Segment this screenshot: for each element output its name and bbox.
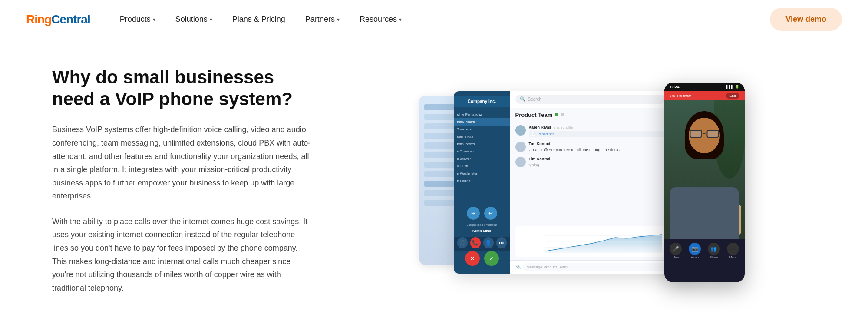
mobile-card: 10:34 ▌▌▌ 🔋 149-476-5989 End bbox=[664, 83, 745, 282]
more-icon: ··· bbox=[727, 243, 739, 255]
chevron-down-icon-solutions: ▾ bbox=[210, 17, 212, 23]
incoming-label2: Kevin Sims bbox=[472, 229, 491, 233]
mobile-statusbar: 10:34 ▌▌▌ 🔋 bbox=[664, 83, 745, 91]
mobile-bottom-bar: 🎤 Mute 📷 Video 👥 Share ··· More bbox=[664, 239, 745, 262]
mobile-call-bar: 149-476-5989 End bbox=[664, 91, 745, 100]
mobile-call-number: 149-476-5989 bbox=[670, 94, 691, 98]
msg-avatar-1 bbox=[515, 125, 526, 136]
team-name: Product Team bbox=[515, 112, 553, 118]
contact-4[interactable]: ueline Fair bbox=[454, 133, 510, 140]
page-heading: Why do small businesses need a VoIP phon… bbox=[52, 66, 313, 110]
nav-item-products[interactable]: Products ▾ bbox=[112, 10, 163, 28]
paragraph-1: Business VoIP systems offer high-definit… bbox=[52, 123, 313, 203]
contact-1[interactable]: oline Fernandez bbox=[454, 111, 510, 118]
paragraph-2: With the ability to place calls over the… bbox=[52, 215, 313, 295]
nav-item-solutions[interactable]: Solutions ▾ bbox=[168, 10, 220, 28]
logo-ring: Ring bbox=[26, 13, 51, 26]
chevron-down-icon-resources: ▾ bbox=[399, 17, 402, 23]
contact-9[interactable]: n Washington bbox=[454, 170, 510, 177]
mobile-call-status[interactable]: End bbox=[726, 93, 739, 99]
media-btn-2[interactable]: 📞 bbox=[470, 237, 481, 248]
sidebar-contacts: oline Fernandez ntha Peters Townsend uel… bbox=[454, 111, 510, 203]
mobile-video-area bbox=[664, 100, 745, 239]
share-icon: 👥 bbox=[708, 243, 720, 255]
msg-avatar-2 bbox=[515, 142, 526, 152]
mobile-video-btn[interactable]: 📷 Video bbox=[689, 243, 701, 259]
media-btn-1[interactable]: 🎵 bbox=[457, 237, 468, 248]
mobile-mute-btn[interactable]: 🎤 Mute bbox=[670, 243, 682, 259]
chart-svg bbox=[519, 230, 688, 253]
desktop-app-card: Company Inc. oline Fernandez ntha Peters… bbox=[454, 91, 697, 274]
sidebar-company: Company Inc. bbox=[454, 96, 510, 107]
chevron-down-icon-products: ▾ bbox=[153, 17, 155, 23]
person-jacket bbox=[670, 187, 739, 239]
visual-section: Company Inc. oline Fernandez ntha Peters… bbox=[347, 78, 816, 295]
more-label: More bbox=[729, 256, 736, 259]
nav-label-plans: Plans & Pricing bbox=[232, 15, 285, 24]
video-label: Video bbox=[691, 256, 699, 259]
search-icon: 🔍 bbox=[520, 96, 526, 102]
search-placeholder: Search bbox=[528, 97, 542, 102]
msg-avatar-3 bbox=[515, 157, 526, 167]
nav-label-resources: Resources bbox=[360, 15, 397, 24]
mute-label: Mute bbox=[673, 256, 680, 259]
nav-item-plans[interactable]: Plans & Pricing bbox=[224, 10, 293, 28]
decline-button[interactable]: ✕ bbox=[465, 251, 480, 266]
nav-right: View demo bbox=[770, 8, 842, 31]
share-label: Share bbox=[710, 256, 718, 259]
incoming-label: Jacqueline Fernandez bbox=[467, 223, 497, 226]
online-dot bbox=[555, 113, 558, 116]
call-actions: ✕ ✓ bbox=[462, 251, 502, 269]
media-btn-4[interactable]: ••• bbox=[496, 237, 507, 248]
msg-name-3: Tim Konrad bbox=[529, 157, 551, 161]
mockup-container: Company Inc. oline Fernandez ntha Peters… bbox=[419, 83, 745, 291]
contact-10[interactable]: n Barrett bbox=[454, 177, 510, 185]
app-sidebar: Company Inc. oline Fernandez ntha Peters… bbox=[454, 91, 510, 274]
msg-time-1: shared a file bbox=[554, 126, 573, 129]
chevron-down-icon-partners: ▾ bbox=[337, 17, 340, 23]
mobile-share-btn[interactable]: 👥 Share bbox=[708, 243, 720, 259]
mobile-person-bg bbox=[664, 100, 745, 239]
media-btn-3[interactable]: 👤 bbox=[483, 237, 494, 248]
contact-2[interactable]: ntha Peters bbox=[454, 118, 510, 126]
nav-label-products: Products bbox=[120, 15, 151, 24]
signal-icon: ▌▌▌ bbox=[726, 85, 733, 89]
paperclip-icon: 📎 bbox=[515, 265, 521, 269]
contact-6[interactable]: n Townsend bbox=[454, 148, 510, 155]
search-bar[interactable]: 🔍 Search bbox=[515, 95, 666, 104]
text-section: Why do small businesses need a VoIP phon… bbox=[52, 66, 313, 307]
contact-3[interactable]: Townsend bbox=[454, 126, 510, 133]
contact-5[interactable]: ntha Peters bbox=[454, 140, 510, 148]
file-name: Report.pdf bbox=[538, 132, 554, 136]
mute-icon: 🎤 bbox=[670, 243, 682, 255]
nav-links: Products ▾ Solutions ▾ Plans & Pricing P… bbox=[112, 10, 770, 28]
msg-name-2: Tim Konrad bbox=[529, 142, 551, 146]
nav-item-partners[interactable]: Partners ▾ bbox=[297, 10, 347, 28]
view-demo-button[interactable]: View demo bbox=[770, 8, 842, 31]
mobile-more-btn[interactable]: ··· More bbox=[727, 243, 739, 259]
main-content: Why do small businesses need a VoIP phon… bbox=[0, 39, 868, 334]
answer-button[interactable]: ✓ bbox=[484, 251, 499, 266]
contact-7[interactable]: s Brewer bbox=[454, 155, 510, 162]
person-glasses bbox=[690, 130, 719, 138]
contact-8[interactable]: y Elliott bbox=[454, 162, 510, 170]
status-dot bbox=[561, 113, 564, 116]
logo-central: Central bbox=[51, 13, 90, 26]
mobile-signal-info: ▌▌▌ 🔋 bbox=[726, 85, 739, 89]
reply-button[interactable]: ↩ bbox=[484, 207, 497, 220]
forward-button[interactable]: ⇥ bbox=[467, 207, 480, 220]
nav-item-resources[interactable]: Resources ▾ bbox=[352, 10, 409, 28]
navbar: Ring Central Products ▾ Solutions ▾ Plan… bbox=[0, 0, 868, 39]
sidebar-actions: ⇥ ↩ bbox=[463, 203, 501, 223]
msg-name-1: Karen Rivas bbox=[529, 125, 551, 129]
logo[interactable]: Ring Central bbox=[26, 13, 90, 26]
mobile-time: 10:34 bbox=[670, 85, 680, 89]
nav-label-solutions: Solutions bbox=[175, 15, 208, 24]
nav-label-partners: Partners bbox=[305, 15, 335, 24]
video-icon: 📷 bbox=[689, 243, 701, 255]
battery-icon: 🔋 bbox=[735, 85, 739, 89]
